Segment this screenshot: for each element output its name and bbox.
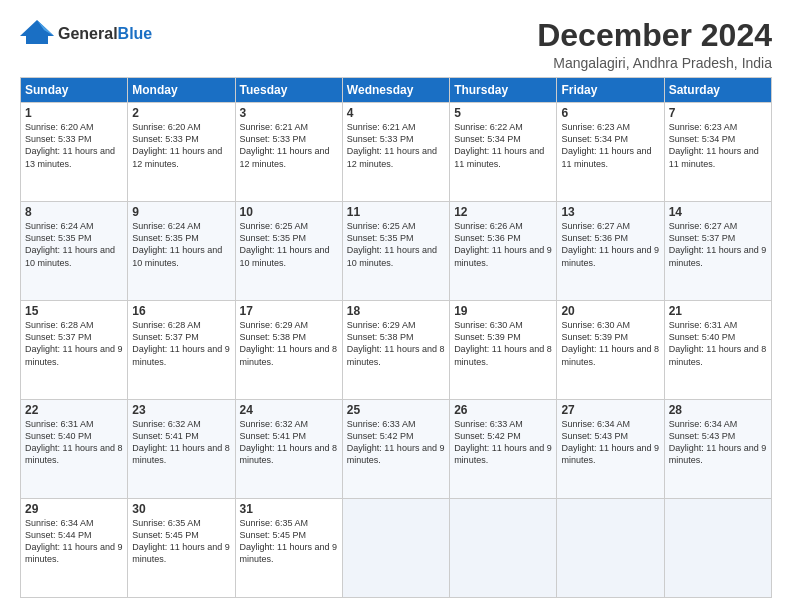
day-number: 14	[669, 205, 767, 219]
logo-blue: Blue	[118, 25, 153, 42]
day-number: 20	[561, 304, 659, 318]
calendar-week-row: 22Sunrise: 6:31 AM Sunset: 5:40 PM Dayli…	[21, 400, 772, 499]
day-number: 13	[561, 205, 659, 219]
calendar-cell: 19Sunrise: 6:30 AM Sunset: 5:39 PM Dayli…	[450, 301, 557, 400]
cell-details: Sunrise: 6:29 AM Sunset: 5:38 PM Dayligh…	[240, 319, 338, 368]
cell-details: Sunrise: 6:35 AM Sunset: 5:45 PM Dayligh…	[132, 517, 230, 566]
cell-details: Sunrise: 6:23 AM Sunset: 5:34 PM Dayligh…	[561, 121, 659, 170]
cell-details: Sunrise: 6:21 AM Sunset: 5:33 PM Dayligh…	[240, 121, 338, 170]
calendar-cell: 27Sunrise: 6:34 AM Sunset: 5:43 PM Dayli…	[557, 400, 664, 499]
calendar-cell: 18Sunrise: 6:29 AM Sunset: 5:38 PM Dayli…	[342, 301, 449, 400]
calendar-cell: 23Sunrise: 6:32 AM Sunset: 5:41 PM Dayli…	[128, 400, 235, 499]
day-number: 21	[669, 304, 767, 318]
weekday-header: Sunday	[21, 78, 128, 103]
calendar-cell: 4Sunrise: 6:21 AM Sunset: 5:33 PM Daylig…	[342, 103, 449, 202]
cell-details: Sunrise: 6:30 AM Sunset: 5:39 PM Dayligh…	[454, 319, 552, 368]
cell-details: Sunrise: 6:35 AM Sunset: 5:45 PM Dayligh…	[240, 517, 338, 566]
cell-details: Sunrise: 6:24 AM Sunset: 5:35 PM Dayligh…	[132, 220, 230, 269]
day-number: 4	[347, 106, 445, 120]
weekday-header: Wednesday	[342, 78, 449, 103]
cell-details: Sunrise: 6:22 AM Sunset: 5:34 PM Dayligh…	[454, 121, 552, 170]
weekday-header: Friday	[557, 78, 664, 103]
calendar-cell: 1Sunrise: 6:20 AM Sunset: 5:33 PM Daylig…	[21, 103, 128, 202]
calendar-cell	[557, 499, 664, 598]
calendar-cell: 10Sunrise: 6:25 AM Sunset: 5:35 PM Dayli…	[235, 202, 342, 301]
day-number: 1	[25, 106, 123, 120]
day-number: 8	[25, 205, 123, 219]
cell-details: Sunrise: 6:33 AM Sunset: 5:42 PM Dayligh…	[347, 418, 445, 467]
location: Mangalagiri, Andhra Pradesh, India	[537, 55, 772, 71]
cell-details: Sunrise: 6:25 AM Sunset: 5:35 PM Dayligh…	[240, 220, 338, 269]
day-number: 5	[454, 106, 552, 120]
day-number: 15	[25, 304, 123, 318]
cell-details: Sunrise: 6:20 AM Sunset: 5:33 PM Dayligh…	[132, 121, 230, 170]
day-number: 28	[669, 403, 767, 417]
calendar-cell: 30Sunrise: 6:35 AM Sunset: 5:45 PM Dayli…	[128, 499, 235, 598]
calendar-cell: 6Sunrise: 6:23 AM Sunset: 5:34 PM Daylig…	[557, 103, 664, 202]
calendar-cell: 20Sunrise: 6:30 AM Sunset: 5:39 PM Dayli…	[557, 301, 664, 400]
calendar-cell: 2Sunrise: 6:20 AM Sunset: 5:33 PM Daylig…	[128, 103, 235, 202]
calendar-cell: 11Sunrise: 6:25 AM Sunset: 5:35 PM Dayli…	[342, 202, 449, 301]
calendar-cell: 17Sunrise: 6:29 AM Sunset: 5:38 PM Dayli…	[235, 301, 342, 400]
day-number: 6	[561, 106, 659, 120]
calendar-cell: 14Sunrise: 6:27 AM Sunset: 5:37 PM Dayli…	[664, 202, 771, 301]
day-number: 26	[454, 403, 552, 417]
weekday-header: Monday	[128, 78, 235, 103]
calendar-cell: 3Sunrise: 6:21 AM Sunset: 5:33 PM Daylig…	[235, 103, 342, 202]
day-number: 29	[25, 502, 123, 516]
cell-details: Sunrise: 6:23 AM Sunset: 5:34 PM Dayligh…	[669, 121, 767, 170]
day-number: 17	[240, 304, 338, 318]
calendar-cell	[664, 499, 771, 598]
calendar-week-row: 15Sunrise: 6:28 AM Sunset: 5:37 PM Dayli…	[21, 301, 772, 400]
cell-details: Sunrise: 6:34 AM Sunset: 5:43 PM Dayligh…	[669, 418, 767, 467]
calendar-body: 1Sunrise: 6:20 AM Sunset: 5:33 PM Daylig…	[21, 103, 772, 598]
calendar-cell: 12Sunrise: 6:26 AM Sunset: 5:36 PM Dayli…	[450, 202, 557, 301]
weekday-header: Thursday	[450, 78, 557, 103]
calendar-cell: 25Sunrise: 6:33 AM Sunset: 5:42 PM Dayli…	[342, 400, 449, 499]
page: GeneralBlue December 2024 Mangalagiri, A…	[0, 0, 792, 612]
calendar-cell: 24Sunrise: 6:32 AM Sunset: 5:41 PM Dayli…	[235, 400, 342, 499]
calendar-cell: 29Sunrise: 6:34 AM Sunset: 5:44 PM Dayli…	[21, 499, 128, 598]
calendar-cell: 5Sunrise: 6:22 AM Sunset: 5:34 PM Daylig…	[450, 103, 557, 202]
day-number: 11	[347, 205, 445, 219]
cell-details: Sunrise: 6:20 AM Sunset: 5:33 PM Dayligh…	[25, 121, 123, 170]
cell-details: Sunrise: 6:25 AM Sunset: 5:35 PM Dayligh…	[347, 220, 445, 269]
day-number: 22	[25, 403, 123, 417]
logo: GeneralBlue	[20, 18, 152, 50]
calendar-week-row: 8Sunrise: 6:24 AM Sunset: 5:35 PM Daylig…	[21, 202, 772, 301]
cell-details: Sunrise: 6:26 AM Sunset: 5:36 PM Dayligh…	[454, 220, 552, 269]
calendar-cell: 8Sunrise: 6:24 AM Sunset: 5:35 PM Daylig…	[21, 202, 128, 301]
day-number: 10	[240, 205, 338, 219]
cell-details: Sunrise: 6:24 AM Sunset: 5:35 PM Dayligh…	[25, 220, 123, 269]
calendar-cell: 28Sunrise: 6:34 AM Sunset: 5:43 PM Dayli…	[664, 400, 771, 499]
calendar-cell: 9Sunrise: 6:24 AM Sunset: 5:35 PM Daylig…	[128, 202, 235, 301]
calendar-week-row: 29Sunrise: 6:34 AM Sunset: 5:44 PM Dayli…	[21, 499, 772, 598]
calendar-cell: 22Sunrise: 6:31 AM Sunset: 5:40 PM Dayli…	[21, 400, 128, 499]
cell-details: Sunrise: 6:21 AM Sunset: 5:33 PM Dayligh…	[347, 121, 445, 170]
calendar-header-row: SundayMondayTuesdayWednesdayThursdayFrid…	[21, 78, 772, 103]
calendar-cell: 13Sunrise: 6:27 AM Sunset: 5:36 PM Dayli…	[557, 202, 664, 301]
day-number: 16	[132, 304, 230, 318]
day-number: 19	[454, 304, 552, 318]
day-number: 24	[240, 403, 338, 417]
day-number: 31	[240, 502, 338, 516]
title-section: December 2024 Mangalagiri, Andhra Prades…	[537, 18, 772, 71]
logo-text: GeneralBlue	[58, 25, 152, 43]
cell-details: Sunrise: 6:31 AM Sunset: 5:40 PM Dayligh…	[669, 319, 767, 368]
calendar-cell: 15Sunrise: 6:28 AM Sunset: 5:37 PM Dayli…	[21, 301, 128, 400]
cell-details: Sunrise: 6:31 AM Sunset: 5:40 PM Dayligh…	[25, 418, 123, 467]
day-number: 23	[132, 403, 230, 417]
logo-icon	[20, 18, 54, 50]
day-number: 3	[240, 106, 338, 120]
calendar-cell: 21Sunrise: 6:31 AM Sunset: 5:40 PM Dayli…	[664, 301, 771, 400]
calendar-cell	[450, 499, 557, 598]
calendar-table: SundayMondayTuesdayWednesdayThursdayFrid…	[20, 77, 772, 598]
cell-details: Sunrise: 6:28 AM Sunset: 5:37 PM Dayligh…	[132, 319, 230, 368]
cell-details: Sunrise: 6:34 AM Sunset: 5:44 PM Dayligh…	[25, 517, 123, 566]
day-number: 18	[347, 304, 445, 318]
calendar-week-row: 1Sunrise: 6:20 AM Sunset: 5:33 PM Daylig…	[21, 103, 772, 202]
cell-details: Sunrise: 6:29 AM Sunset: 5:38 PM Dayligh…	[347, 319, 445, 368]
calendar-cell: 16Sunrise: 6:28 AM Sunset: 5:37 PM Dayli…	[128, 301, 235, 400]
cell-details: Sunrise: 6:32 AM Sunset: 5:41 PM Dayligh…	[132, 418, 230, 467]
day-number: 27	[561, 403, 659, 417]
